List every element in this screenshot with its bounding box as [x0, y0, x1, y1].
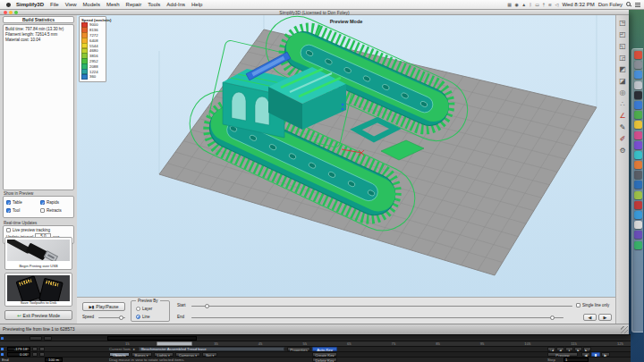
- preview-by-option-label: Layer: [142, 307, 152, 311]
- start-slider[interactable]: [191, 306, 572, 307]
- paint-icon[interactable]: ✐: [617, 133, 629, 145]
- dock-icon[interactable]: [634, 51, 642, 59]
- notification-center-icon[interactable]: [635, 3, 640, 7]
- status-text: Previewing file from line 1 to 628573: [3, 326, 75, 332]
- support-dots-icon[interactable]: ∴: [617, 98, 629, 110]
- dock-icon[interactable]: [634, 141, 642, 149]
- menu-item[interactable]: Mesh: [106, 2, 120, 7]
- preview-option-label: Rapids: [47, 200, 59, 205]
- start-slider-thumb[interactable]: [205, 304, 209, 308]
- airplay-status-icon[interactable]: ▲: [521, 2, 526, 7]
- begin-printing-usb-button[interactable]: Begin Printing over USB: [4, 237, 72, 270]
- dock-icon[interactable]: [634, 121, 642, 129]
- preview-by-option-label: Line: [142, 315, 150, 319]
- dock-icon[interactable]: [634, 91, 642, 99]
- view-cube-top-icon[interactable]: ◰: [617, 29, 629, 40]
- battery-status-icon[interactable]: ▭: [535, 2, 539, 7]
- menu-item[interactable]: File: [50, 2, 59, 7]
- menu-item[interactable]: Help: [191, 2, 202, 7]
- dock-icon[interactable]: [634, 161, 642, 169]
- menu-item[interactable]: Add-Ins: [166, 2, 185, 7]
- view-cube-side-icon[interactable]: ◲: [617, 52, 629, 63]
- menu-item[interactable]: Models: [83, 2, 100, 7]
- legend-value: 3816: [89, 54, 98, 58]
- single-line-only-checkbox[interactable]: [576, 303, 580, 307]
- end-slider-thumb[interactable]: [550, 316, 555, 320]
- resize-grip[interactable]: [621, 326, 628, 333]
- view-cube-back-icon[interactable]: ◪: [617, 75, 629, 87]
- menu-app-name[interactable]: Simplify3D: [16, 2, 44, 7]
- speed-slider-label: Speed: [82, 315, 94, 319]
- start-slider-label: Start: [177, 303, 186, 307]
- dock-icon[interactable]: [634, 151, 642, 159]
- show-in-preview-group: Table Rapids Tool: [3, 196, 74, 218]
- perspective-sphere-icon[interactable]: ◎: [617, 87, 629, 98]
- bluetooth-status-icon[interactable]: ᛒ: [530, 2, 532, 7]
- time-machine-status-icon[interactable]: ◉: [514, 2, 518, 7]
- playback-bar: ▶▮ Play/Pause Speed Preview By Layer: [77, 297, 615, 324]
- length-value[interactable]: 100 m: [45, 358, 63, 362]
- sidebar: Build Statistics Build time: 797.84 min …: [0, 15, 77, 324]
- menubar-clock[interactable]: Wed 8:32 PM: [562, 2, 594, 7]
- view-cube-default-icon[interactable]: ◳: [617, 17, 629, 29]
- ruler-icon[interactable]: ∠: [617, 110, 629, 122]
- preview-by-radio[interactable]: [136, 307, 140, 311]
- keyboard-status-icon[interactable]: †: [543, 2, 546, 7]
- view-cube-iso-icon[interactable]: ◩: [617, 63, 629, 75]
- dock-icon[interactable]: [634, 241, 642, 249]
- wifi-status-icon[interactable]: ≋: [548, 2, 552, 7]
- dock-icon[interactable]: [634, 131, 642, 139]
- menu-item[interactable]: View: [65, 2, 77, 7]
- view-cube-front-icon[interactable]: ◱: [617, 40, 629, 52]
- delete-key-button[interactable]: Delete Key: [312, 358, 337, 362]
- preview-option-checkbox[interactable]: [6, 200, 11, 205]
- stat-material-cost: Material cost: 10.04: [5, 38, 72, 43]
- preview-by-radio[interactable]: [136, 315, 140, 319]
- preview-option-checkbox[interactable]: [6, 208, 11, 213]
- play-pause-button[interactable]: ▶▮ Play/Pause: [82, 302, 125, 311]
- dock-icon[interactable]: [634, 231, 642, 239]
- dock-icon[interactable]: [634, 71, 642, 79]
- menubar-right: ▦◉▲ᛒ▭†≋◁ Wed 8:32 PM Don Foley: [507, 2, 644, 7]
- dock-icon[interactable]: [634, 171, 642, 179]
- speed-legend: Speed (mm/min) 9000 8136: [79, 16, 106, 82]
- dock-icon[interactable]: [634, 191, 642, 199]
- speed-slider-thumb[interactable]: [119, 316, 123, 320]
- settings-gear-icon[interactable]: ⚙: [617, 145, 629, 156]
- legend-value: 8136: [89, 28, 98, 32]
- live-preview-tracking-checkbox[interactable]: [6, 228, 11, 232]
- menu-item[interactable]: Repair: [126, 2, 142, 7]
- volume-status-icon[interactable]: ◁: [555, 2, 559, 7]
- speed-slider[interactable]: [98, 317, 125, 318]
- dock-icon[interactable]: [634, 111, 642, 119]
- exit-preview-mode-button[interactable]: ↩ Exit Preview Mode: [4, 310, 72, 320]
- display-status-icon[interactable]: ▦: [507, 2, 512, 7]
- save-toolpaths-button[interactable]: Save Toolpaths to Disk: [4, 273, 72, 307]
- preview-3d-scene[interactable]: [77, 15, 615, 297]
- dock-icon[interactable]: [634, 101, 642, 109]
- preview-option-label: Retracts: [47, 208, 62, 213]
- dock-icon[interactable]: [634, 181, 642, 189]
- airbrush-icon[interactable]: ✎: [617, 122, 629, 133]
- menubar-user[interactable]: Don Foley: [598, 2, 623, 7]
- dock-icon[interactable]: [634, 61, 642, 69]
- preview-option-checkbox[interactable]: [40, 208, 45, 213]
- single-line-only-label: Single line only: [582, 303, 609, 307]
- dock-icon[interactable]: [634, 81, 642, 89]
- step-back-button[interactable]: ◀: [583, 314, 597, 321]
- end-slider[interactable]: [191, 317, 564, 318]
- play-pause-icon: ▶▮: [89, 305, 94, 309]
- preview-option-checkbox[interactable]: [40, 200, 45, 205]
- menu-item[interactable]: Tools: [148, 2, 160, 7]
- apple-menu-icon[interactable]: [6, 3, 11, 7]
- spotlight-icon[interactable]: [626, 2, 631, 7]
- dock-icon[interactable]: [634, 201, 642, 209]
- step-value[interactable]: 1: [564, 358, 589, 362]
- dock-icon[interactable]: [634, 221, 642, 229]
- dock-icon[interactable]: [634, 211, 642, 219]
- build-statistics-box: Build time: 797.84 min (13.30 hr) Filame…: [3, 24, 74, 190]
- step-forward-button[interactable]: ▶: [598, 314, 612, 321]
- window-statusbar: Previewing file from line 1 to 628573: [0, 324, 629, 334]
- build-statistics-header: Build Statistics: [3, 16, 74, 23]
- legend-value: 4680: [89, 48, 98, 53]
